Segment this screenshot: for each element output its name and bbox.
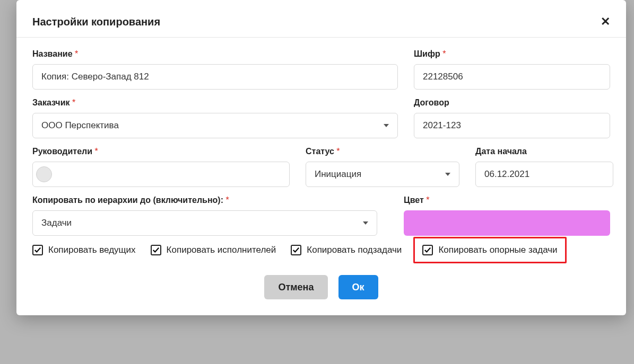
modal-body: Название Шифр Заказчик ООО Перспектива Д…	[16, 38, 626, 315]
highlight-annotation: Копировать опорные задачи	[413, 237, 566, 263]
customer-select[interactable]: ООО Перспектива	[32, 113, 398, 138]
cipher-input[interactable]	[414, 64, 610, 90]
copy-reference-checkbox[interactable]: Копировать опорные задачи	[422, 245, 557, 255]
cipher-field-group: Шифр	[414, 49, 610, 90]
status-value: Инициация	[315, 169, 361, 180]
copy-execs-label: Копировать исполнителей	[167, 245, 276, 255]
name-input[interactable]	[32, 64, 398, 90]
copy-settings-modal: Настройки копирования ✕ Название Шифр За…	[16, 0, 626, 315]
startdate-field-group: Дата начала	[475, 147, 613, 187]
chevron-down-icon	[363, 221, 368, 225]
contract-label: Договор	[414, 98, 610, 108]
customer-label: Заказчик	[32, 98, 398, 108]
color-field-group: Цвет	[404, 196, 610, 236]
color-picker[interactable]	[404, 210, 610, 236]
ok-button[interactable]: Ок	[338, 275, 378, 299]
copy-reference-label: Копировать опорные задачи	[438, 245, 557, 255]
cancel-button[interactable]: Отмена	[264, 275, 327, 299]
status-select[interactable]: Инициация	[306, 162, 459, 187]
cipher-label: Шифр	[414, 49, 610, 59]
color-label: Цвет	[404, 196, 610, 205]
chevron-down-icon	[384, 124, 389, 127]
close-icon[interactable]: ✕	[601, 15, 610, 29]
name-field-group: Название	[32, 49, 398, 90]
contract-field-group: Договор	[414, 98, 610, 138]
startdate-input[interactable]	[475, 162, 613, 187]
hierarchy-value: Задачи	[41, 218, 72, 228]
managers-label: Руководители	[32, 147, 290, 156]
checkbox-icon	[291, 245, 301, 255]
copy-leads-checkbox[interactable]: Копировать ведущих	[32, 245, 136, 255]
hierarchy-select[interactable]: Задачи	[32, 210, 377, 236]
modal-title: Настройки копирования	[32, 16, 160, 28]
startdate-label: Дата начала	[475, 147, 613, 156]
copy-execs-checkbox[interactable]: Копировать исполнителей	[151, 245, 276, 255]
contract-input[interactable]	[414, 113, 610, 138]
status-label: Статус	[306, 147, 459, 156]
checkbox-icon	[151, 245, 161, 255]
copy-subtasks-label: Копировать подзадачи	[307, 245, 402, 255]
hierarchy-field-group: Копировать по иерархии до (включительно)…	[32, 196, 377, 236]
managers-field-group: Руководители	[32, 147, 290, 187]
modal-header: Настройки копирования ✕	[16, 0, 626, 38]
managers-input[interactable]	[32, 162, 290, 187]
avatar[interactable]	[36, 166, 52, 182]
copy-leads-label: Копировать ведущих	[48, 245, 136, 255]
customer-field-group: Заказчик ООО Перспектива	[32, 98, 398, 138]
chevron-down-icon	[445, 173, 450, 176]
customer-value: ООО Перспектива	[41, 120, 119, 131]
checkbox-icon	[422, 245, 433, 255]
hierarchy-label: Копировать по иерархии до (включительно)…	[32, 196, 377, 205]
modal-footer: Отмена Ок	[32, 275, 610, 299]
copy-subtasks-checkbox[interactable]: Копировать подзадачи	[291, 245, 402, 255]
status-field-group: Статус Инициация	[306, 147, 459, 187]
checkbox-row: Копировать ведущих Копировать исполнител…	[32, 244, 610, 256]
name-label: Название	[32, 49, 398, 59]
checkbox-icon	[32, 245, 43, 255]
